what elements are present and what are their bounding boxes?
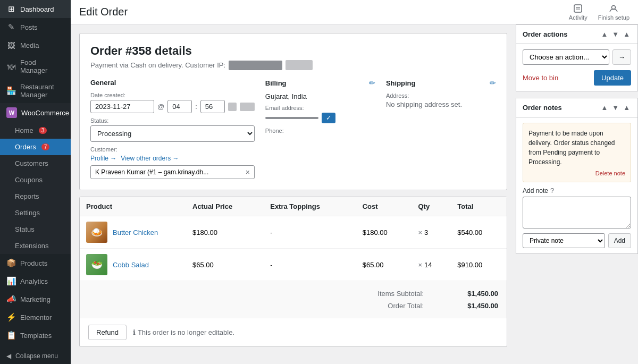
date-row: @ :: [90, 100, 255, 113]
view-orders-link[interactable]: View other orders →: [121, 155, 179, 162]
not-editable-text: This order is no longer editable.: [138, 328, 234, 336]
sidebar-item-woocommerce-label: WooCommerce: [21, 109, 69, 117]
billing-section: Billing ✏ Gujarat, India Email address: …: [265, 79, 375, 179]
date-label: Date created:: [90, 92, 255, 98]
order-actions-collapse-down[interactable]: ▼: [611, 29, 620, 39]
sidebar-item-elementor[interactable]: ⚡ Elementor: [0, 308, 71, 326]
order-notes-header: Order notes ▲ ▼ ▲: [516, 98, 637, 117]
action-go-button[interactable]: →: [612, 49, 631, 65]
note-box: Payment to be made upon delivery. Order …: [523, 123, 631, 182]
sidebar-item-orders[interactable]: Orders 7: [0, 139, 71, 155]
hour-input[interactable]: [167, 100, 192, 113]
sidebar-item-products[interactable]: 📦 Products: [0, 254, 71, 272]
sidebar-item-customers[interactable]: Customers: [0, 155, 71, 172]
ip-extra: ██: [286, 60, 312, 70]
cobb-salad-image: 🥗: [86, 254, 107, 275]
sidebar-item-restaurant-manager[interactable]: 🏪 Restaurant Manager: [0, 79, 71, 103]
order-details-card: Order #358 details Payment via Cash on d…: [79, 33, 507, 190]
sidebar-item-woocommerce[interactable]: W WooCommerce: [0, 103, 71, 122]
add-note-label: Add note ?: [523, 187, 631, 194]
minute-input[interactable]: [200, 100, 225, 113]
sidebar-item-status[interactable]: Status: [0, 221, 71, 238]
subtotal-label: Items Subtotal:: [377, 290, 424, 298]
update-button[interactable]: Update: [594, 70, 631, 86]
billing-edit-icon[interactable]: ✏: [369, 79, 375, 87]
butter-chicken-image: 🍛: [86, 222, 107, 243]
marketing-icon: 📣: [6, 294, 16, 304]
col-extra-toppings: Extra Toppings: [264, 197, 356, 216]
note-textarea[interactable]: [523, 197, 631, 228]
order-notes-toggle[interactable]: ▲: [622, 103, 631, 113]
sidebar-item-dashboard[interactable]: ⊞ Dashboard: [0, 0, 71, 18]
sidebar-item-posts[interactable]: ✎ Posts: [0, 18, 71, 36]
info-icon: ℹ: [133, 328, 136, 336]
sidebar-marketing-label: Marketing: [20, 295, 51, 303]
sidebar-analytics-label: Analytics: [20, 277, 48, 285]
sidebar-item-restaurant-manager-label: Restaurant Manager: [20, 83, 64, 99]
date-input[interactable]: [90, 100, 154, 113]
collapse-icon: ◀: [6, 352, 11, 360]
butter-chicken-toppings: -: [264, 216, 356, 249]
sidebar-item-home[interactable]: Home 3: [0, 122, 71, 139]
profile-link[interactable]: Profile →: [90, 155, 116, 162]
shipping-section: Shipping ✏ Address: No shipping address …: [386, 79, 496, 179]
butter-chicken-link[interactable]: Butter Chicken: [113, 228, 158, 236]
add-note-button[interactable]: Add: [608, 233, 631, 248]
woocommerce-submenu: Home 3 Orders 7 Customers Coupons Report…: [0, 122, 71, 254]
time-icon2: [240, 103, 255, 111]
sidebar-status-label: Status: [15, 225, 35, 233]
billing-title: Billing: [265, 79, 287, 87]
order-notes-collapse-up[interactable]: ▲: [600, 103, 609, 113]
order-notes-title: Order notes: [523, 104, 562, 112]
order-notes-collapse-down[interactable]: ▼: [611, 103, 620, 113]
help-icon[interactable]: ?: [550, 187, 554, 194]
email-label: Email address:: [265, 105, 375, 111]
shipping-address: No shipping address set.: [386, 100, 496, 108]
move-to-bin-link[interactable]: Move to bin: [523, 74, 558, 82]
sidebar-customers-label: Customers: [15, 159, 48, 167]
status-select[interactable]: Processing: [90, 125, 255, 142]
sidebar-item-media[interactable]: 🖼 Media: [0, 36, 71, 54]
note-type-select[interactable]: Private note Note to customer: [523, 233, 605, 248]
product-cell-cobb-salad: 🥗 Cobb Salad: [80, 249, 186, 281]
order-actions-controls: ▲ ▼ ▲: [600, 29, 631, 39]
sidebar-item-food-manager[interactable]: 🍽 Food Manager: [0, 54, 71, 79]
sidebar-item-settings[interactable]: Settings: [0, 205, 71, 221]
sidebar-item-templates[interactable]: 📋 Templates: [0, 326, 71, 344]
customer-remove-button[interactable]: ×: [246, 168, 250, 176]
sidebar-item-analytics[interactable]: 📊 Analytics: [0, 272, 71, 290]
activity-label: Activity: [569, 14, 587, 21]
topbar-actions: Activity Finish setup: [569, 4, 629, 21]
sidebar-reports-label: Reports: [15, 192, 39, 200]
sidebar-item-reports[interactable]: Reports: [0, 188, 71, 205]
order-actions-toggle[interactable]: ▲: [622, 29, 631, 39]
cobb-salad-link[interactable]: Cobb Salad: [113, 261, 149, 269]
email-copy-button[interactable]: ✓: [322, 113, 335, 123]
sidebar-item-marketing[interactable]: 📣 Marketing: [0, 290, 71, 308]
order-actions-collapse-up[interactable]: ▲: [600, 29, 609, 39]
order-subtitle-text: Payment via Cash on delivery. Customer I…: [90, 61, 225, 69]
sidebar-item-extensions[interactable]: Extensions: [0, 238, 71, 254]
at-symbol: @: [157, 103, 164, 111]
email-redacted: [265, 117, 318, 119]
ip-redacted: ██████████: [229, 61, 282, 70]
order-actions-header: Order actions ▲ ▼ ▲: [516, 25, 637, 44]
refund-button[interactable]: Refund: [88, 325, 127, 340]
collapse-label: Collapse menu: [15, 352, 58, 360]
email-row: ✓: [265, 113, 375, 123]
collapse-menu[interactable]: ◀ Collapse menu: [0, 348, 71, 364]
sidebar-item-coupons[interactable]: Coupons: [0, 172, 71, 188]
order-total-value: $1,450.00: [456, 302, 498, 310]
templates-icon: 📋: [6, 331, 16, 340]
page-title: Edit Order: [79, 6, 128, 18]
shipping-edit-icon[interactable]: ✏: [490, 79, 496, 87]
action-select[interactable]: Choose an action...: [523, 49, 609, 65]
cobb-salad-cost: $65.00: [356, 249, 412, 281]
products-card: Product Actual Price Extra Toppings Cost…: [79, 197, 507, 347]
delete-note-link[interactable]: Delete note: [528, 170, 625, 176]
activity-button[interactable]: Activity: [569, 4, 587, 21]
sidebar-orders-label: Orders: [15, 143, 36, 151]
finish-setup-button[interactable]: Finish setup: [598, 4, 629, 21]
order-actions-body: Choose an action... → Move to bin Update: [516, 44, 637, 91]
sidebar-home-label: Home: [15, 126, 33, 134]
